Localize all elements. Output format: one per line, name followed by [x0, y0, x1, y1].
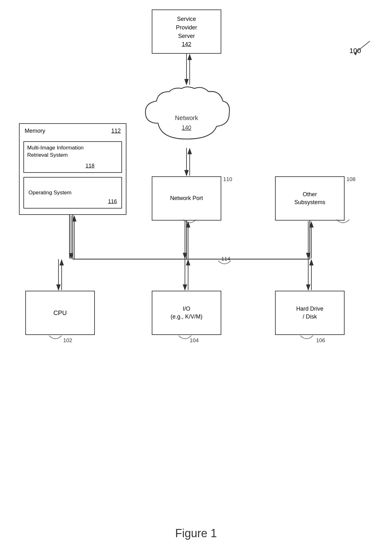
os-ref: 116	[108, 198, 117, 205]
hard-drive-box: Hard Drive/ Disk	[275, 291, 345, 335]
network-cloud: Network 140	[136, 85, 237, 149]
service-provider-server-box: ServiceProviderServer 142	[152, 9, 221, 54]
service-provider-server-ref: 142	[182, 40, 191, 48]
os-label: Operating System	[28, 189, 71, 197]
svg-text:140: 140	[182, 125, 191, 131]
cpu-ref: 102	[63, 337, 72, 344]
diagram: 100 ServiceProviderServer 142 Network 14…	[0, 0, 392, 559]
io-box: I/O(e.g., K/V/M)	[152, 291, 221, 335]
network-port-label: Network Port	[170, 194, 203, 202]
other-subsystems-box: OtherSubsystems	[275, 176, 345, 221]
svg-text:Network: Network	[175, 114, 198, 121]
memory-label: Memory	[25, 128, 45, 134]
figure-label: Figure 1	[0, 527, 392, 540]
connection-arrows	[0, 0, 392, 559]
cpu-box: CPU	[25, 291, 95, 335]
miirs-label: Multi-Image InformationRetrieval System	[27, 145, 84, 158]
miirs-box: Multi-Image InformationRetrieval System …	[23, 141, 122, 173]
io-ref: 104	[190, 337, 199, 344]
service-provider-server-label: ServiceProviderServer	[176, 15, 197, 40]
network-port-box: Network Port	[152, 176, 221, 221]
hard-drive-label: Hard Drive/ Disk	[296, 305, 323, 321]
memory-box: Memory 112 Multi-Image InformationRetrie…	[19, 123, 126, 215]
bus-ref: 114	[221, 256, 230, 262]
memory-ref: 112	[111, 128, 121, 134]
other-subsystems-ref: 108	[346, 176, 355, 183]
other-subsystems-label: OtherSubsystems	[294, 191, 325, 206]
os-box: Operating System 116	[23, 177, 122, 209]
cpu-label: CPU	[53, 308, 67, 317]
io-label: I/O(e.g., K/V/M)	[170, 305, 202, 321]
network-port-ref: 110	[223, 176, 232, 183]
hard-drive-ref: 106	[316, 337, 325, 344]
ref-100-arrow	[348, 38, 373, 57]
miirs-ref: 118	[86, 162, 95, 170]
